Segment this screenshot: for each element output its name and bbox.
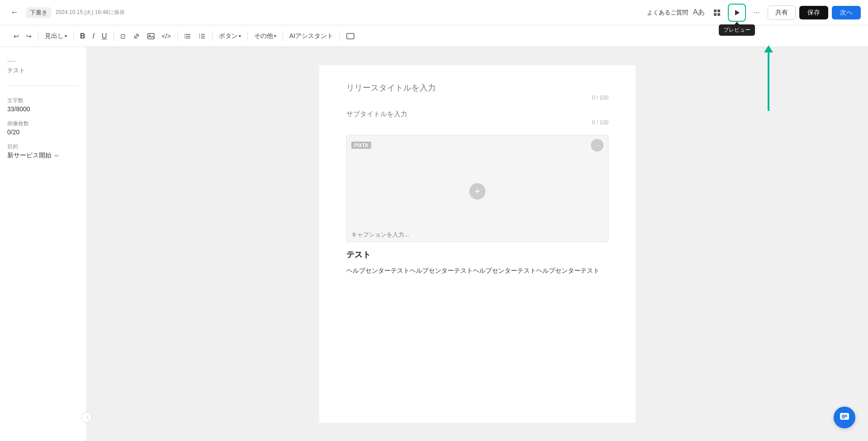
image-block-header: PIXTA ··· <box>347 135 608 155</box>
faq-link[interactable]: よくあるご質問 <box>647 9 688 17</box>
svg-text:3: 3 <box>199 36 200 39</box>
sidebar-dash: — テスト <box>7 56 79 75</box>
code-button[interactable]: </> <box>159 31 174 42</box>
topbar: ← 下書き 2024.10.15 (火) 16:48に保存 よくあるご質問 Aあ… <box>0 0 868 25</box>
toolbar-sep-6 <box>247 32 248 41</box>
sidebar: — テスト 文字数 33/8000 画像枚数 0/20 目的 新サービス開始 ✏… <box>0 47 87 441</box>
other-button[interactable]: その他 ▾ <box>251 30 279 42</box>
svg-point-12 <box>184 36 185 37</box>
toolbar-sep-8 <box>340 32 340 41</box>
svg-line-5 <box>135 35 137 37</box>
ai-assistant-button[interactable]: AIアシスタント <box>287 30 336 42</box>
subtitle-input[interactable] <box>346 110 609 118</box>
title-input[interactable] <box>346 83 609 93</box>
undo-button[interactable]: ↩ <box>11 31 22 42</box>
toolbar-sep-3 <box>113 32 114 41</box>
document-icon-button[interactable] <box>710 5 724 20</box>
more-options-button[interactable]: ··· <box>750 5 764 20</box>
image-count-stat: 画像枚数 0/20 <box>7 120 79 136</box>
underline-button[interactable]: U <box>99 30 110 42</box>
svg-rect-2 <box>714 13 717 16</box>
add-image-circle[interactable]: + <box>469 183 486 199</box>
arrow-line <box>768 52 769 111</box>
image-button[interactable] <box>145 31 157 42</box>
ordered-list-icon: 1 2 3 <box>198 33 206 40</box>
section-heading: テスト <box>346 249 609 260</box>
toolbar-sep-7 <box>283 32 283 41</box>
list-button[interactable] <box>181 31 194 42</box>
layout-button[interactable] <box>344 30 357 42</box>
char-count-stat: 文字数 33/8000 <box>7 97 79 113</box>
heading-button[interactable]: 見出し ▾ <box>42 30 70 42</box>
arrow-head <box>764 45 773 52</box>
topbar-left: ← 下書き 2024.10.15 (火) 16:48に保存 <box>7 5 642 20</box>
link-icon <box>133 33 140 40</box>
box-button[interactable]: ⊡ <box>118 31 128 42</box>
sidebar-divider <box>7 85 79 86</box>
back-button[interactable]: ← <box>7 5 22 20</box>
image-more-button[interactable]: ··· <box>591 139 604 152</box>
font-icon-button[interactable]: Aあ <box>692 5 706 20</box>
toolbar-sep-1 <box>38 32 38 41</box>
save-button[interactable]: 保存 <box>799 6 828 19</box>
svg-rect-1 <box>717 9 720 12</box>
sidebar-collapse-button[interactable]: 〈 <box>81 412 92 423</box>
preview-tooltip: プレビュー <box>719 24 755 36</box>
chat-icon <box>840 413 849 422</box>
preview-arrow-indicator <box>764 45 773 111</box>
goal-edit-icon[interactable]: ✏ <box>54 152 59 159</box>
svg-point-11 <box>184 34 185 35</box>
image-block: PIXTA ··· + <box>346 135 609 242</box>
editor-area[interactable]: 0 / 100 0 / 100 PIXTA ··· + テスト ヘルプセンターテ… <box>87 47 868 441</box>
svg-marker-4 <box>735 10 740 15</box>
topbar-right: よくあるご質問 Aあ プレビュー ··· 共有 保存 次へ <box>647 4 861 22</box>
svg-rect-0 <box>714 9 717 12</box>
body-text: ヘルプセンターテストヘルプセンターテストヘルプセンターテストヘルプセンターテスト <box>346 266 609 276</box>
bold-button[interactable]: B <box>77 30 88 42</box>
button-button[interactable]: ボタン ▾ <box>216 30 244 42</box>
preview-btn-wrapper: プレビュー <box>728 4 746 22</box>
toolbar-sep-4 <box>177 32 178 41</box>
svg-rect-3 <box>717 13 720 16</box>
pixta-badge: PIXTA <box>351 142 371 149</box>
toolbar-sep-2 <box>73 32 74 41</box>
italic-button[interactable]: I <box>90 30 97 42</box>
ordered-list-button[interactable]: 1 2 3 <box>196 31 208 42</box>
svg-rect-20 <box>347 33 354 39</box>
svg-point-13 <box>184 38 185 38</box>
editor-content: 0 / 100 0 / 100 PIXTA ··· + テスト ヘルプセンターテ… <box>319 65 636 423</box>
layout-icon <box>346 32 354 40</box>
svg-rect-6 <box>148 33 154 39</box>
chat-button[interactable] <box>834 407 855 428</box>
subtitle-char-count: 0 / 100 <box>346 119 609 126</box>
image-icon <box>147 33 155 40</box>
share-button[interactable]: 共有 <box>768 5 796 20</box>
redo-button[interactable]: ↪ <box>24 31 34 42</box>
play-icon <box>733 9 741 16</box>
next-button[interactable]: 次へ <box>832 6 861 19</box>
toolbar-sep-5 <box>212 32 212 41</box>
preview-button[interactable] <box>728 4 746 22</box>
main-layout: — テスト 文字数 33/8000 画像枚数 0/20 目的 新サービス開始 ✏… <box>0 47 868 441</box>
title-char-count: 0 / 100 <box>346 95 609 101</box>
goal-stat: 目的 新サービス開始 ✏ <box>7 143 79 160</box>
caption-input[interactable] <box>347 228 608 242</box>
draft-badge: 下書き <box>26 7 51 18</box>
document-icon <box>713 9 721 17</box>
save-time: 2024.10.15 (火) 16:48に保存 <box>56 9 125 16</box>
list-icon <box>184 33 191 40</box>
link-button[interactable] <box>130 31 143 42</box>
image-placeholder[interactable]: + <box>347 155 608 228</box>
